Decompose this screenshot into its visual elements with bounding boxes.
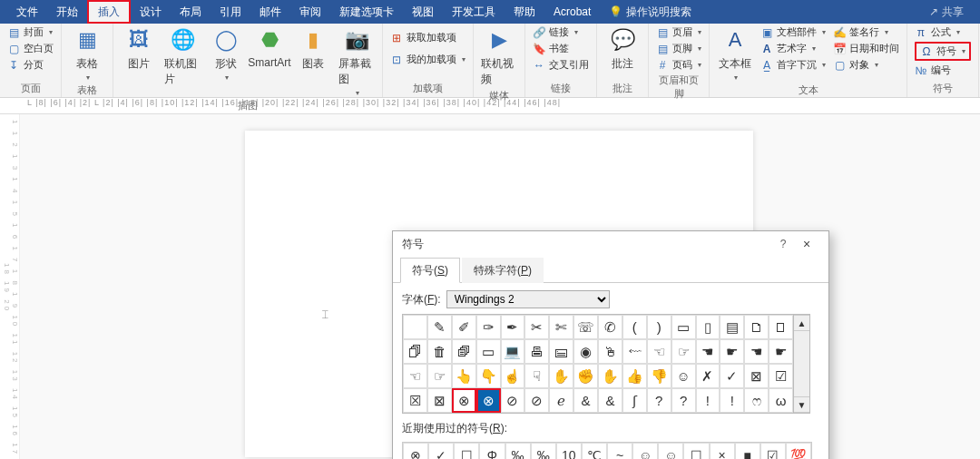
symbol-cell[interactable]: ✋ [549,364,573,388]
tab-special-chars[interactable]: 特殊字符(P) [462,258,544,283]
pagenum-button[interactable]: #页码▾ [656,58,701,72]
textbox-button[interactable]: A文本框▾ [717,25,753,82]
symbol-cell[interactable]: 👍 [622,364,647,388]
dialog-help-button[interactable]: ? [772,238,794,250]
symbol-cell[interactable]: ✒ [501,315,525,339]
recent-symbol-cell[interactable]: ‰ [505,443,531,459]
comment-button[interactable]: 💬批注 [604,25,641,72]
pictures-button[interactable]: 🖼图片 [121,25,157,72]
symbol-cell[interactable]: ✐ [452,315,476,339]
symbol-cell[interactable]: ☚ [744,339,769,364]
wordart-button[interactable]: A艺术字▾ [760,42,826,55]
recent-symbol-cell[interactable]: ☺ [658,443,683,459]
symbol-cell[interactable]: ✋ [598,364,622,388]
symbol-cell[interactable]: ! [696,388,720,413]
online-video-button[interactable]: ▶联机视频 [481,25,517,87]
dialog-close-button[interactable]: × [794,237,819,251]
symbol-cell[interactable]: & [598,388,622,413]
recent-symbol-cell[interactable]: ⊗ [403,443,428,459]
recent-symbol-cell[interactable]: ℃ [582,443,607,459]
symbol-button[interactable]: Ω符号▾ [915,42,971,61]
symbol-cell[interactable]: ☺ [671,364,696,388]
symbol-cell[interactable]: ☏ [573,315,598,339]
symbol-cell[interactable]: ⊘ [524,388,549,413]
recent-symbol-cell[interactable]: ☺ [632,443,658,459]
grid-scrollbar[interactable]: ▲ ▼ [794,314,810,414]
symbol-cell[interactable]: ☛ [720,339,744,364]
symbol-cell[interactable]: 🗋 [744,315,769,339]
symbol-cell[interactable]: 👇 [476,364,501,388]
symbol-cell[interactable]: ✗ [696,364,720,388]
symbol-cell[interactable]: 🖱 [598,339,622,364]
font-select[interactable]: Wingdings 2 [446,290,610,308]
symbol-cell[interactable]: 👆 [452,364,476,388]
symbol-cell[interactable]: & [573,388,598,413]
recent-symbol-cell[interactable]: ~ [607,443,632,459]
symbol-cell[interactable]: ▭ [671,315,696,339]
symbol-cell[interactable]: ⬳ [622,339,647,364]
symbol-cell[interactable]: ☑ [769,364,793,388]
symbol-cell[interactable]: ☞ [427,364,452,388]
symbol-cell[interactable]: ☚ [696,339,720,364]
symbol-cell[interactable]: 🖶 [524,339,549,364]
recent-symbols[interactable]: ⊗✓☐Φ‰‰10℃~☺☺☐×■☑💯 [402,442,812,459]
symbol-cell[interactable]: ▭ [476,339,501,364]
symbol-cell[interactable]: 🗑 [427,339,452,364]
my-addins-button[interactable]: ⊡我的加载项▾ [390,53,466,66]
symbol-cell[interactable]: 🗌 [769,315,793,339]
tab-mailings[interactable]: 邮件 [250,0,290,24]
page-break-button[interactable]: ↧分页 [7,58,54,72]
symbol-cell[interactable]: ) [647,315,671,339]
smartart-button[interactable]: ⬣SmartArt [251,25,288,69]
symbol-cell[interactable]: ✆ [598,315,622,339]
tab-newtab[interactable]: 新建选项卡 [330,0,403,24]
cover-page-button[interactable]: ▤封面▾ [7,25,54,39]
symbol-cell[interactable]: ⊘ [501,388,525,413]
recent-symbol-cell[interactable]: ☑ [760,443,786,459]
recent-symbol-cell[interactable]: Φ [479,443,505,459]
recent-symbol-cell[interactable]: ✓ [428,443,454,459]
symbol-cell[interactable]: ʃ [622,388,647,413]
symbol-cell[interactable]: ⊠ [744,364,769,388]
scroll-down-icon[interactable]: ▼ [794,396,809,413]
symbol-cell[interactable]: ✓ [720,364,744,388]
symbol-cell[interactable]: 🗍 [403,339,427,364]
screenshot-button[interactable]: 📷屏幕截图▾ [338,25,375,97]
tab-insert[interactable]: 插入 [87,0,131,24]
shapes-button[interactable]: ◯形状▾ [208,25,244,82]
recent-symbol-cell[interactable]: ☐ [454,443,479,459]
tell-me[interactable]: 💡 操作说明搜索 [600,0,701,24]
scroll-up-icon[interactable]: ▲ [794,315,809,331]
recent-symbol-cell[interactable]: 10 [556,443,582,459]
datetime-button[interactable]: 📅日期和时间 [833,42,899,55]
symbol-cell[interactable]: ☛ [769,339,793,364]
signature-button[interactable]: ✍签名行▾ [833,25,899,39]
recent-symbol-cell[interactable]: 💯 [786,443,811,459]
symbol-cell[interactable]: ✎ [427,315,452,339]
symbol-cell[interactable]: ⊠ [427,388,452,413]
chart-button[interactable]: ▮图表 [295,25,331,72]
recent-symbol-cell[interactable]: ☐ [683,443,709,459]
get-addins-button[interactable]: ⊞获取加载项 [390,31,466,44]
bookmark-button[interactable]: 🔖书签 [533,42,589,55]
symbol-grid[interactable]: ✎✐✑✒✂✄☏✆()▭▯▤🗋🗌🗍🗑🗊▭💻🖶🖴◉🖱⬳☜☞☚☛☚☛☜☞👆👇☝☟✋✊✋… [402,314,794,414]
tab-symbols-panel[interactable]: 符号(S) [400,258,460,283]
symbol-cell[interactable]: ? [647,388,671,413]
symbol-cell[interactable]: ω [769,388,793,413]
quickparts-button[interactable]: ▣文档部件▾ [760,25,826,39]
symbol-cell[interactable]: ( [622,315,647,339]
symbol-cell[interactable]: ☜ [647,339,671,364]
symbol-cell[interactable]: ෆ [744,388,769,413]
symbol-cell[interactable]: ? [671,388,696,413]
blank-page-button[interactable]: ▢空白页 [7,42,54,55]
symbol-cell[interactable]: ☜ [403,364,427,388]
tab-view[interactable]: 视图 [403,0,443,24]
symbol-cell[interactable]: ⊗ [452,388,476,413]
symbol-cell[interactable]: ! [720,388,744,413]
symbol-cell[interactable]: ✂ [524,315,549,339]
symbol-cell[interactable]: ☟ [524,364,549,388]
symbol-cell[interactable]: 🗊 [452,339,476,364]
header-button[interactable]: ▤页眉▾ [656,25,701,39]
footer-button[interactable]: ▤页脚▾ [656,42,701,55]
symbol-cell[interactable]: ☒ [403,388,427,413]
